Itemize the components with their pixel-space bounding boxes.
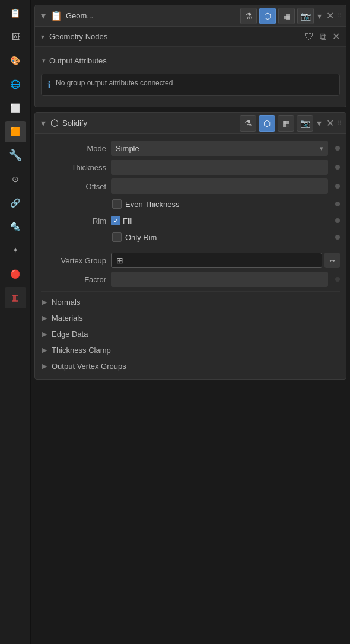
materials-label: Materials: [52, 314, 83, 323]
geo-render-button[interactable]: 📷: [297, 8, 314, 24]
solidify-dropdown-button[interactable]: ▾: [316, 116, 323, 130]
thickness-label: Thickness: [41, 163, 106, 172]
geo-header-tools: ⚗ ⬡ ▦ 📷 ▾ ✕ ⠿: [240, 8, 341, 24]
sidebar-icon-image[interactable]: 🖼: [5, 26, 26, 47]
sidebar-icon-view[interactable]: ⬜: [5, 97, 26, 119]
factor-control: 0.000: [111, 272, 328, 287]
even-thickness-dot: [335, 202, 340, 206]
sidebar-icon-wrench[interactable]: 🔧: [5, 145, 26, 166]
geo-select-button[interactable]: ⬡: [259, 8, 276, 24]
mode-dot: [335, 146, 340, 151]
fill-label: Fill: [123, 216, 133, 225]
even-thickness-wrap: Even Thickness: [112, 199, 328, 209]
only-rim-label: Only Rim: [125, 233, 157, 242]
offset-row: Offset -1.0000: [35, 177, 346, 196]
geo-subheader-title: Geometry Nodes: [49, 32, 300, 41]
normals-arrow-icon: ▶: [42, 298, 47, 306]
thickness-input[interactable]: 0.45 m: [111, 160, 328, 175]
fill-checkbox[interactable]: ✓: [111, 216, 120, 225]
sidebar-icon-texture[interactable]: ▦: [5, 287, 26, 308]
vertex-group-label: Vertex Group: [41, 256, 106, 265]
only-rim-checkbox[interactable]: [112, 232, 122, 242]
sidebar-icon-object[interactable]: 🟧: [5, 121, 26, 142]
main-content: ▾ 📋 Geom... ⚗ ⬡ ▦ 📷 ▾ ✕ ⠿ ▾ Geometry Nod…: [31, 0, 350, 644]
vertex-group-arrow-button[interactable]: ↔: [324, 253, 340, 268]
sidebar-icon-nodes[interactable]: ⊙: [5, 168, 26, 190]
even-thickness-checkbox[interactable]: [112, 199, 122, 209]
geo-close-button[interactable]: ✕: [325, 9, 335, 23]
geo-dropdown-button[interactable]: ▾: [316, 10, 323, 22]
output-attributes-header[interactable]: ▾ Output Attributes: [35, 52, 346, 70]
normals-section[interactable]: ▶ Normals: [35, 294, 346, 310]
sidebar-icon-material[interactable]: 🔴: [5, 263, 26, 285]
vertex-group-icon: ⊞: [116, 256, 123, 265]
sidebar-icon-paint[interactable]: 🎨: [5, 50, 26, 71]
geo-shield-button[interactable]: 🛡: [303, 30, 315, 43]
info-circle-icon: ℹ: [47, 79, 51, 91]
solidify-render-button[interactable]: 📷: [297, 115, 313, 132]
solidify-header-icon: ⬡: [50, 117, 59, 129]
solidify-viewport-button[interactable]: ▦: [278, 115, 294, 132]
solidify-header: ▾ ⬡ Solidify ⚗ ⬡ ▦ 📷 ▾ ✕ ⠿: [35, 113, 346, 134]
sidebar-icon-camera[interactable]: 📋: [5, 2, 26, 24]
only-rim-wrap: Only Rim: [112, 232, 328, 242]
mode-dropdown[interactable]: Simple ▾: [111, 141, 328, 156]
solidify-header-tools: ⚗ ⬡ ▦ 📷 ▾ ✕ ⠿: [240, 115, 341, 132]
offset-control: -1.0000: [111, 178, 328, 194]
geo-viewport-button[interactable]: ▦: [278, 8, 295, 24]
factor-dot: [335, 277, 340, 282]
geo-subheader: ▾ Geometry Nodes 🛡 ⧉ ✕: [35, 27, 346, 47]
geo-header-title: Geom...: [66, 11, 93, 20]
factor-input[interactable]: 0.000: [111, 272, 328, 287]
geo-sub-dropdown-button[interactable]: ▾: [40, 31, 46, 42]
geometry-nodes-panel: ▾ 📋 Geom... ⚗ ⬡ ▦ 📷 ▾ ✕ ⠿ ▾ Geometry Nod…: [34, 5, 346, 107]
sidebar-icon-modifier[interactable]: 🔩: [5, 216, 26, 237]
offset-input[interactable]: -1.0000: [111, 178, 328, 194]
geo-body: ▾ Output Attributes ℹ No group output at…: [35, 47, 346, 107]
sidebar-icon-particles[interactable]: ✦: [5, 240, 26, 261]
fill-checkmark-icon: ✓: [113, 218, 119, 224]
mode-control: Simple ▾: [111, 141, 328, 156]
sidebar-icon-world[interactable]: 🌐: [5, 74, 26, 95]
output-vertex-groups-section[interactable]: ▶ Output Vertex Groups: [35, 358, 346, 374]
geo-sub-close-button[interactable]: ✕: [331, 30, 341, 43]
thickness-control: 0.45 m: [111, 160, 328, 175]
offset-label: Offset: [41, 182, 106, 191]
output-attributes-title: Output Attributes: [49, 56, 107, 65]
geo-collapse-button[interactable]: ▾: [40, 9, 47, 23]
geo-filter-button[interactable]: ⚗: [240, 8, 257, 24]
mode-row: Mode Simple ▾: [35, 139, 346, 158]
only-rim-row: Only Rim: [35, 229, 346, 246]
factor-row: Factor 0.000: [35, 270, 346, 289]
output-attributes-message: No group output attributes connected: [56, 79, 173, 87]
thickness-clamp-section[interactable]: ▶ Thickness Clamp: [35, 342, 346, 358]
sidebar: 📋 🖼 🎨 🌐 ⬜ 🟧 🔧 ⊙ 🔗 🔩 ✦ 🔴 ▦: [0, 0, 31, 644]
rim-control: ✓ Fill: [111, 216, 328, 225]
thickness-clamp-arrow-icon: ▶: [42, 346, 47, 354]
fill-dot: [335, 218, 340, 223]
thickness-clamp-label: Thickness Clamp: [52, 346, 111, 355]
solidify-close-button[interactable]: ✕: [325, 116, 335, 130]
thickness-row: Thickness 0.45 m: [35, 158, 346, 177]
materials-section[interactable]: ▶ Materials: [35, 310, 346, 326]
output-attributes-info: ℹ No group output attributes connected: [41, 74, 340, 96]
even-thickness-row: Even Thickness: [35, 196, 346, 212]
output-vertex-groups-arrow-icon: ▶: [42, 362, 47, 370]
edge-data-arrow-icon: ▶: [42, 330, 47, 338]
solidify-panel: ▾ ⬡ Solidify ⚗ ⬡ ▦ 📷 ▾ ✕ ⠿ Mode Simple: [34, 112, 346, 380]
mode-label: Mode: [41, 144, 106, 153]
mode-chevron-icon: ▾: [320, 145, 323, 152]
rim-label: Rim: [41, 216, 106, 225]
vertex-group-input[interactable]: ⊞: [111, 253, 322, 268]
sidebar-icon-constraints[interactable]: 🔗: [5, 192, 26, 213]
mode-value: Simple: [116, 144, 139, 153]
solidify-collapse-button[interactable]: ▾: [40, 116, 47, 130]
geo-copy-button[interactable]: ⧉: [319, 30, 327, 43]
offset-dot: [335, 184, 340, 189]
thickness-dot: [335, 165, 340, 170]
rim-fill-row: Rim ✓ Fill: [35, 212, 346, 229]
edge-data-section[interactable]: ▶ Edge Data: [35, 326, 346, 342]
solidify-filter-button[interactable]: ⚗: [240, 115, 256, 132]
vertex-group-control: ⊞ ↔: [111, 253, 340, 268]
solidify-select-button[interactable]: ⬡: [259, 115, 275, 132]
